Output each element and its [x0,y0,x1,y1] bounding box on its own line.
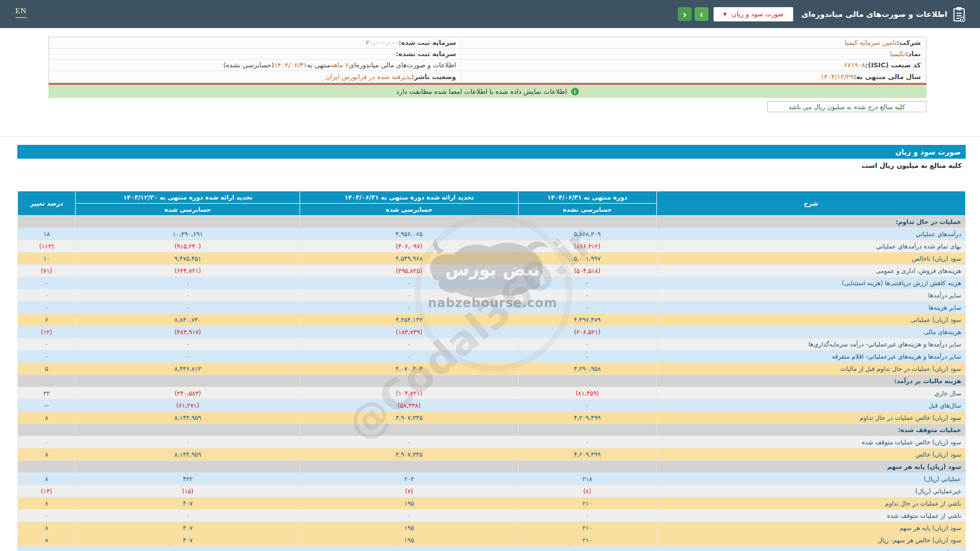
table-row: سود (زیان) پایه هر سهم۲۱۰۱۹۵۴۰۷۸ [18,522,966,534]
value-current-period: (۵۰۴,۵۱۸) [518,265,656,277]
table-row: هزینه کاهش ارزش دریافتنی‌ها (هزینه استثن… [18,277,966,289]
company-info-row: شرکت: تامین سرمایه کیمیاسرمایه ثبت شده: … [49,37,926,48]
company-value: ۶ ماهه [331,61,349,69]
value-prior-period: ۴,۹۵۶,۰۶۵ [300,228,518,240]
row-label: عملیات متوقف شده: [656,424,965,436]
company-info-cell: سرمایه ثبت نشده: ۰ [49,48,461,60]
value-current-period: ۰ [518,510,656,522]
report-clipboard-icon [952,7,966,22]
value-prior-period: (۵۸,۳۳۸) [300,399,518,412]
value-percent-change [18,546,76,551]
value-current-period: ۰ [518,289,656,302]
table-row: هزینه‌های مالی(۲۰۶,۵۲۱)(۱۸۳,۷۳۹)(۳۸۳,۹۱۷… [18,326,966,338]
unit-note-tab: کلیه مبالغ درج شده به میلیون ریال می باش… [767,101,926,112]
header-prior-year: تجدید ارائه شده دوره منتهی به ۱۴۰۳/۱۲/۳۰ [76,191,300,204]
value-prior-year: ۱۰,۳۹۰,۶۹۱ [76,228,300,240]
value-prior-period: ۰ [300,350,518,363]
value-current-period: ۲۰,۰۰۰,۰۰۰ [518,546,656,551]
row-label: سایر هزینه‌ها [656,302,965,314]
value-current-period: (۸) [518,485,656,497]
header-controls: اطلاعات و صورت‌های مالی میاندوره‌ای صورت… [675,0,980,28]
value-percent-change: ۰ [18,338,76,350]
value-prior-year: ۸,۱۴۴,۹۵۹ [76,448,300,461]
value-prior-period: ۱۹۵ [300,522,518,534]
company-value: ۲۰,۰۰۰,۰۰۰ [366,39,399,46]
value-prior-year: ۴۰۷ [76,497,300,510]
value-prior-year: ۰ [76,350,300,363]
value-current-period: (۸۶۶,۳۱۲) [518,240,656,253]
company-label: سرمایه ثبت شده: [399,39,456,46]
value-prior-year: ۲۰,۰۰۰,۰۰۰ [76,546,300,551]
nav-next-button[interactable]: › [695,7,708,21]
company-info-row: سال مالی منتهی به: ۱۴۰۴/۱۲/۲۹وضعیت ناشر:… [49,71,926,82]
table-row: سود (زیان) خالص۴,۲۰۹,۴۹۹۳,۹۰۷,۳۴۵۸,۱۴۴,۹… [18,448,966,461]
row-label: هزینه مالیات بر درآمد: [656,375,965,387]
value-current-period: (۲۰۶,۵۲۱) [518,326,656,338]
row-label: ناشي از عملیات در حال تداوم [656,497,965,510]
table-row: سایر هزینه‌ها۰۰۰۰ [18,302,966,314]
row-label: سود (زیان) پایه هر سهم [656,461,965,473]
value-prior-year: ۰ [76,338,300,350]
nav-previous-button[interactable]: ‹ [678,7,692,21]
row-label: سود (زیان) عملیات در حال تداوم قبل از ما… [656,363,965,375]
section-header-row: سود (زیان) پایه هر سهم [18,461,966,473]
company-info-cell: سال مالی منتهی به: ۱۴۰۴/۱۲/۲۹ [461,71,926,82]
value-percent-change: ۰ [18,289,76,302]
row-label: سود (زیان) خالص [656,448,965,461]
value-percent-change: ۸ [18,534,76,546]
table-row: درآمدهاي عملياتي۵,۸۶۸,۳۰۹۴,۹۵۶,۰۶۵۱۰,۳۹۰… [18,228,966,240]
value-prior-period: ۰ [300,289,518,302]
row-label: بهای تمام شده درآمدهاي عملياتي [656,240,965,253]
row-label: سایر درآمدها [656,289,965,302]
row-label: هزینه کاهش ارزش دریافتنی‌ها (هزینه استثن… [656,277,965,289]
row-label: سال‌هاي قبل [656,399,965,412]
language-toggle-en[interactable]: EN [15,7,27,18]
statement-title-bar: صورت سود و زیان [17,145,966,159]
company-label: کد صنعت (ISIC): [865,61,921,69]
table-row: سود (زیان) خالص هر سهم- ریال۲۱۰۱۹۵۴۰۷۸ [18,534,966,546]
section-header-row: هزینه مالیات بر درآمد: [18,375,966,387]
section-divider [0,136,980,137]
dropdown-selected-value: صورت سود و زیان [732,10,784,18]
value-current-period: ۲۱۰ [518,497,656,510]
table-row: بهای تمام شده درآمدهاي عملياتي(۸۶۶,۳۱۲)(… [18,240,966,253]
row-label: ناشي از عملیات متوقف شده [656,510,965,522]
statement-unit-note: کلیه مبالغ به میلیون ریال است [17,159,966,172]
company-value: ۱۴۰۴/۱۲/۲۹ [821,73,854,81]
value-prior-year [76,461,300,473]
company-label: سال مالی منتهی به: [853,73,921,81]
value-current-period: ۰ [518,277,656,289]
row-label: سایر درآمدها و هزینه‌هاي غیرعملیاتي- اقل… [656,350,965,363]
company-label: منتهی به [307,61,330,69]
statement-type-dropdown[interactable]: صورت سود و زیان ▼ [714,7,793,21]
value-prior-year: ۹,۴۷۵,۴۵۱ [76,253,300,265]
value-current-period: ۴,۲۰۹,۴۹۹ [518,412,656,424]
codal-interim-statement-page: EN اطلاعات و صورت‌های مالی میاندوره‌ای ص… [0,0,980,551]
company-info-table: شرکت: تامین سرمایه کیمیاسرمایه ثبت شده: … [48,37,926,83]
signed-data-notice: i اطلاعات نمایش داده شده با اطلاعات امضا… [48,85,926,98]
table-row: سایر درآمدها و هزینه‌هاي غیرعملیاتي- اقل… [18,350,966,363]
value-prior-year: (۳۸۳,۹۱۷) [76,326,300,338]
company-value: ۰ [392,50,396,58]
header-prior-audit-status: حسابرسی شده [300,204,518,216]
value-prior-period [300,461,518,473]
value-prior-period [300,375,518,387]
value-prior-period: ۳,۹۰۷,۳۴۵ [300,448,518,461]
value-prior-year: ۰ [76,302,300,314]
value-prior-period: ۴,۰۷۰,۴۰۴ [300,363,518,375]
section-header-row: عملیات در حال تداوم: [18,216,966,228]
company-info-row: نماد: تکیمیاسرمایه ثبت نشده: ۰ [49,48,926,60]
value-prior-year: ۴۲۲ [76,473,300,485]
value-prior-period: ۴,۵۴۹,۹۶۸ [300,253,518,265]
company-info-row: کد صنعت (ISIC): ۶۷۱۹۰۸اطلاعات و صورت‌های… [49,60,926,71]
value-prior-period: ۱۹۵ [300,534,518,546]
value-prior-period: (۲۹۵,۸۲۵) [300,265,518,277]
company-value: تامین سرمایه کیمیا [845,39,897,46]
row-label: سود (زیان) خالص عملیات در حال تداوم [656,412,965,424]
row-label: سود (زیان) عملیاتی [656,314,965,326]
header-current-audit-status: حسابرسی نشده [518,204,656,216]
value-current-period: ۰ [518,302,656,314]
value-percent-change [18,375,76,387]
value-percent-change: ۸ [18,473,76,485]
value-prior-year: ۴۰۷ [76,522,300,534]
